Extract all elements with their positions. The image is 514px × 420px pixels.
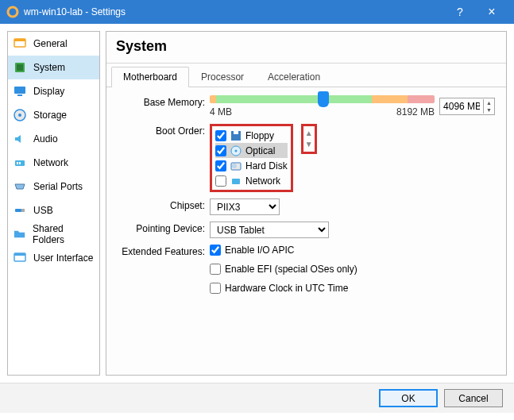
tab-acceleration[interactable]: Acceleration [256, 67, 332, 87]
general-icon [13, 37, 27, 51]
sidebar: General System Display Storage Audio Net… [7, 31, 100, 376]
cancel-button[interactable]: Cancel [444, 389, 503, 407]
sidebar-item-serial[interactable]: Serial Ports [8, 175, 99, 198]
tab-processor[interactable]: Processor [189, 67, 256, 87]
serial-icon [13, 179, 27, 194]
ext-efi-label: Enable EFI (special OSes only) [225, 264, 357, 275]
help-button[interactable]: ? [444, 0, 476, 24]
display-icon [13, 84, 27, 98]
page-heading: System [106, 32, 506, 64]
tab-motherboard[interactable]: Motherboard [111, 67, 189, 87]
ext-utc-check[interactable] [210, 283, 221, 294]
sidebar-label: General [33, 38, 68, 49]
row-pointing: Pointing Device: USB Tablet [106, 222, 495, 238]
system-icon [13, 60, 27, 75]
svg-rect-14 [21, 209, 25, 212]
row-boot: Boot Order: Floppy Optical [106, 124, 495, 192]
boot-label-network: Network [245, 175, 280, 187]
sidebar-item-usb[interactable]: USB [8, 198, 99, 222]
sidebar-label: Network [33, 157, 68, 168]
ok-button[interactable]: OK [379, 389, 438, 407]
row-chipset: Chipset: PIIX3 [106, 198, 495, 215]
memory-slider[interactable]: 4 MB 8192 MB [210, 95, 435, 118]
sidebar-label: Display [33, 86, 64, 97]
floppy-icon [230, 129, 242, 142]
sidebar-item-display[interactable]: Display [8, 79, 99, 103]
boot-move-buttons: ▲ ▼ [301, 124, 317, 154]
svg-rect-6 [14, 87, 25, 94]
sidebar-label: Shared Folders [33, 223, 95, 245]
boot-item-network[interactable]: Network [215, 173, 288, 188]
tabs: Motherboard Processor Acceleration [106, 67, 506, 87]
svg-point-1 [11, 10, 14, 13]
sidebar-item-audio[interactable]: Audio [8, 127, 99, 151]
pointing-select[interactable]: USB Tablet [210, 222, 329, 238]
row-memory: Base Memory: 4 MB 8192 MB ▲▼ [106, 95, 495, 118]
svg-point-22 [232, 164, 237, 168]
app-icon [6, 6, 19, 18]
memory-max: 8192 MB [396, 106, 435, 118]
ext-ioapic[interactable]: Enable I/O APIC [210, 245, 294, 256]
boot-item-optical[interactable]: Optical [215, 143, 288, 158]
sidebar-item-storage[interactable]: Storage [8, 103, 99, 127]
sidebar-item-general[interactable]: General [8, 32, 99, 56]
sidebar-label: USB [33, 205, 53, 216]
move-up-icon[interactable]: ▲ [305, 128, 313, 139]
storage-icon [13, 108, 27, 122]
boot-label-floppy: Floppy [245, 130, 274, 141]
boot-label: Boot Order: [106, 124, 210, 137]
folder-icon [13, 227, 26, 241]
audio-icon [13, 132, 27, 146]
svg-rect-16 [14, 253, 25, 256]
boot-label-hdd: Hard Disk [245, 160, 288, 171]
boot-check-optical[interactable] [215, 145, 226, 156]
boot-item-hdd[interactable]: Hard Disk [215, 158, 288, 173]
network-icon [13, 156, 27, 170]
slider-thumb[interactable] [318, 91, 329, 107]
memory-input[interactable] [440, 101, 483, 112]
sidebar-label: User Interface [33, 252, 93, 264]
chipset-select[interactable]: PIIX3 [210, 198, 280, 215]
optical-icon [230, 144, 242, 157]
pointing-label: Pointing Device: [106, 222, 210, 234]
svg-rect-23 [232, 179, 240, 184]
boot-check-floppy[interactable] [215, 130, 226, 141]
close-button[interactable]: × [476, 0, 508, 24]
spin-up-icon[interactable]: ▲ [484, 99, 494, 106]
row-extended: Extended Features: Enable I/O APIC Enabl… [106, 245, 495, 297]
svg-rect-3 [14, 39, 25, 41]
svg-rect-12 [19, 162, 21, 164]
ext-ioapic-check[interactable] [210, 245, 221, 256]
sidebar-item-network[interactable]: Network [8, 151, 99, 175]
memory-spinner[interactable]: ▲▼ [439, 98, 495, 115]
main-panel: System Motherboard Processor Acceleratio… [106, 31, 507, 376]
svg-rect-7 [17, 94, 22, 96]
chipset-label: Chipset: [106, 198, 210, 211]
sidebar-item-shared[interactable]: Shared Folders [8, 222, 99, 246]
ext-efi-check[interactable] [210, 264, 221, 275]
boot-check-hdd[interactable] [215, 160, 226, 171]
memory-label: Base Memory: [106, 95, 210, 108]
svg-rect-5 [17, 64, 23, 71]
svg-rect-11 [17, 162, 18, 164]
boot-label-optical: Optical [245, 145, 275, 156]
sidebar-label: Audio [33, 133, 58, 144]
svg-rect-18 [234, 131, 238, 134]
spin-down-icon[interactable]: ▼ [484, 106, 494, 114]
window-title: wm-win10-lab - Settings [24, 6, 444, 17]
usb-icon [13, 203, 27, 218]
ext-utc-label: Hardware Clock in UTC Time [225, 283, 348, 294]
sidebar-item-system[interactable]: System [8, 56, 99, 79]
boot-item-floppy[interactable]: Floppy [215, 128, 288, 143]
sidebar-label: System [33, 62, 65, 73]
ext-utc[interactable]: Hardware Clock in UTC Time [210, 283, 348, 294]
ext-efi[interactable]: Enable EFI (special OSes only) [210, 264, 357, 275]
content: General System Display Storage Audio Net… [0, 24, 514, 383]
network-boot-icon [230, 175, 242, 187]
boot-check-network[interactable] [215, 175, 226, 187]
ui-icon [13, 251, 27, 265]
extended-label: Extended Features: [106, 245, 210, 257]
sidebar-item-ui[interactable]: User Interface [8, 246, 99, 270]
move-down-icon[interactable]: ▼ [305, 139, 313, 150]
form: Base Memory: 4 MB 8192 MB ▲▼ [106, 87, 506, 310]
